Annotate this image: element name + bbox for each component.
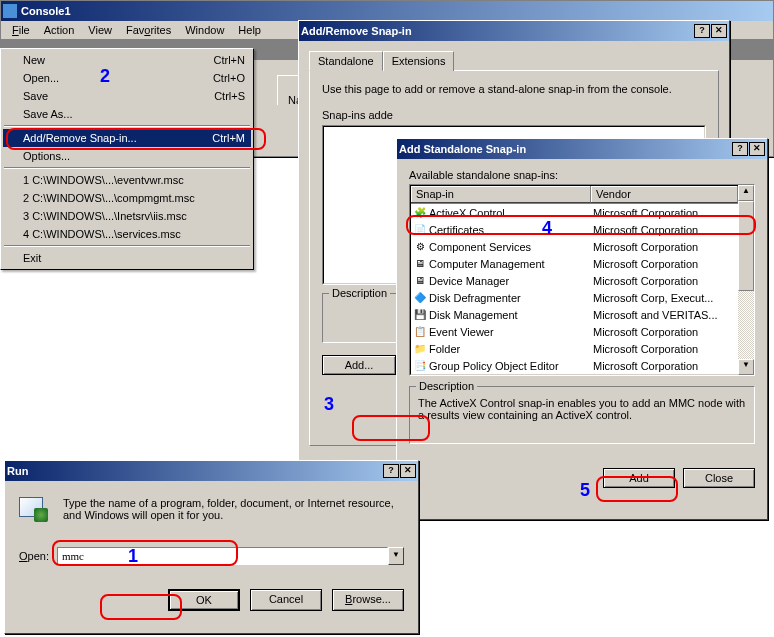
snapin-vendor: Microsoft Corporation <box>593 258 738 270</box>
snapins-added-label: Snap-ins adde <box>322 109 706 121</box>
tab-extensions[interactable]: Extensions <box>383 51 455 71</box>
menu-save[interactable]: SaveCtrl+S <box>3 87 251 105</box>
menu-view[interactable]: View <box>81 22 119 38</box>
add-button[interactable]: Add... <box>322 355 396 375</box>
close-button[interactable]: ✕ <box>400 464 416 478</box>
snapin-vendor: Microsoft and VERITAS... <box>593 309 738 321</box>
console-titlebar: Console1 <box>1 1 773 21</box>
menu-favorites[interactable]: Favorites <box>119 22 178 38</box>
close-button[interactable]: ✕ <box>711 24 727 38</box>
col-vendor[interactable]: Vendor <box>591 186 738 203</box>
snapin-icon: 💾 <box>413 308 427 322</box>
list-header: Snap-in Vendor <box>411 186 738 204</box>
snapin-name: Disk Management <box>429 309 518 321</box>
scroll-thumb[interactable] <box>738 201 754 291</box>
snapin-icon: 🔷 <box>413 291 427 305</box>
scroll-down-button[interactable]: ▼ <box>738 359 754 375</box>
menu-addremove-snapin[interactable]: Add/Remove Snap-in...Ctrl+M <box>3 129 251 147</box>
open-label: Open: <box>19 550 49 562</box>
snapin-name: Certificates <box>429 224 484 236</box>
list-item[interactable]: 🖥Computer ManagementMicrosoft Corporatio… <box>411 255 738 272</box>
menu-window[interactable]: Window <box>178 22 231 38</box>
list-item[interactable]: 📋Event ViewerMicrosoft Corporation <box>411 323 738 340</box>
menu-separator <box>4 245 250 247</box>
list-item[interactable]: 🧩ActiveX ControlMicrosoft Corporation <box>411 204 738 221</box>
run-intro: Type the name of a program, folder, docu… <box>63 497 404 529</box>
console-title: Console1 <box>21 5 71 17</box>
cancel-button[interactable]: Cancel <box>250 589 322 611</box>
menu-recent-1[interactable]: 1 C:\WINDOWS\...\eventvwr.msc <box>3 171 251 189</box>
available-label: Available standalone snap-ins: <box>409 169 755 181</box>
tab-standalone[interactable]: Standalone <box>309 51 383 71</box>
list-item[interactable]: 🔷Disk DefragmenterMicrosoft Corp, Execut… <box>411 289 738 306</box>
menu-saveas[interactable]: Save As... <box>3 105 251 123</box>
help-button[interactable]: ? <box>694 24 710 38</box>
open-input[interactable] <box>57 547 388 565</box>
snapin-name: Group Policy Object Editor <box>429 360 559 372</box>
snapin-icon: 📑 <box>413 359 427 373</box>
add-button[interactable]: Add <box>603 468 675 488</box>
snapin-name: Disk Defragmenter <box>429 292 521 304</box>
snapin-name: Folder <box>429 343 460 355</box>
snapin-vendor: Microsoft Corporation <box>593 326 738 338</box>
file-menu: NewCtrl+N Open...Ctrl+O SaveCtrl+S Save … <box>0 48 254 270</box>
list-item[interactable]: 🖥Device ManagerMicrosoft Corporation <box>411 272 738 289</box>
snapin-list[interactable]: 🧩ActiveX ControlMicrosoft Corporation📄Ce… <box>411 204 738 374</box>
menu-options[interactable]: Options... <box>3 147 251 165</box>
menu-separator <box>4 125 250 127</box>
menu-action[interactable]: Action <box>37 22 82 38</box>
browse-button[interactable]: Browse... <box>332 589 404 611</box>
menu-recent-2[interactable]: 2 C:\WINDOWS\...\compmgmt.msc <box>3 189 251 207</box>
snapin-vendor: Microsoft Corp, Execut... <box>593 292 738 304</box>
menu-open[interactable]: Open...Ctrl+O <box>3 69 251 87</box>
list-item[interactable]: 📑Group Policy Object EditorMicrosoft Cor… <box>411 357 738 374</box>
run-titlebar: Run ? ✕ <box>5 461 418 481</box>
standalone-title: Add Standalone Snap-in <box>399 143 526 155</box>
col-snapin[interactable]: Snap-in <box>411 186 591 203</box>
menu-recent-3[interactable]: 3 C:\WINDOWS\...\Inetsrv\iis.msc <box>3 207 251 225</box>
snapin-name: Device Manager <box>429 275 509 287</box>
menu-exit[interactable]: Exit <box>3 249 251 267</box>
menu-new[interactable]: NewCtrl+N <box>3 51 251 69</box>
dropdown-button[interactable]: ▼ <box>388 547 404 565</box>
menu-file[interactable]: File <box>5 22 37 38</box>
menu-separator <box>4 167 250 169</box>
mmc-icon <box>3 4 17 18</box>
addremove-title: Add/Remove Snap-in <box>301 25 412 37</box>
close-button[interactable]: Close <box>683 468 755 488</box>
snapin-icon: 🖥 <box>413 274 427 288</box>
snapin-vendor: Microsoft Corporation <box>593 207 738 219</box>
help-button[interactable]: ? <box>383 464 399 478</box>
snapin-vendor: Microsoft Corporation <box>593 360 738 372</box>
snapin-vendor: Microsoft Corporation <box>593 224 738 236</box>
run-title: Run <box>7 465 28 477</box>
snapin-name: Event Viewer <box>429 326 494 338</box>
tab-row: Standalone Extensions <box>309 50 729 70</box>
menu-help[interactable]: Help <box>231 22 268 38</box>
menu-recent-4[interactable]: 4 C:\WINDOWS\...\services.msc <box>3 225 251 243</box>
snapin-icon: 📄 <box>413 223 427 237</box>
description-group: Description The ActiveX Control snap-in … <box>409 386 755 444</box>
snapin-vendor: Microsoft Corporation <box>593 275 738 287</box>
description-text: The ActiveX Control snap-in enables you … <box>418 397 746 421</box>
help-button[interactable]: ? <box>732 142 748 156</box>
snapin-icon: ⚙ <box>413 240 427 254</box>
snapin-icon: 📋 <box>413 325 427 339</box>
snapin-name: ActiveX Control <box>429 207 505 219</box>
run-dialog: Run ? ✕ Type the name of a program, fold… <box>4 460 419 634</box>
addremove-titlebar: Add/Remove Snap-in ? ✕ <box>299 21 729 41</box>
list-item[interactable]: ⚙Component ServicesMicrosoft Corporation <box>411 238 738 255</box>
scrollbar[interactable]: ▲ ▼ <box>738 185 754 375</box>
run-icon <box>19 497 51 529</box>
snapin-icon: 🧩 <box>413 206 427 220</box>
ok-button[interactable]: OK <box>168 589 240 611</box>
scroll-up-button[interactable]: ▲ <box>738 185 754 201</box>
intro-text: Use this page to add or remove a stand-a… <box>322 83 706 95</box>
close-button[interactable]: ✕ <box>749 142 765 156</box>
add-standalone-snapin-dialog: Add Standalone Snap-in ? ✕ Available sta… <box>396 138 768 520</box>
snapin-name: Component Services <box>429 241 531 253</box>
list-item[interactable]: 📄CertificatesMicrosoft Corporation <box>411 221 738 238</box>
list-item[interactable]: 📁FolderMicrosoft Corporation <box>411 340 738 357</box>
list-item[interactable]: 💾Disk ManagementMicrosoft and VERITAS... <box>411 306 738 323</box>
snapin-name: Computer Management <box>429 258 545 270</box>
